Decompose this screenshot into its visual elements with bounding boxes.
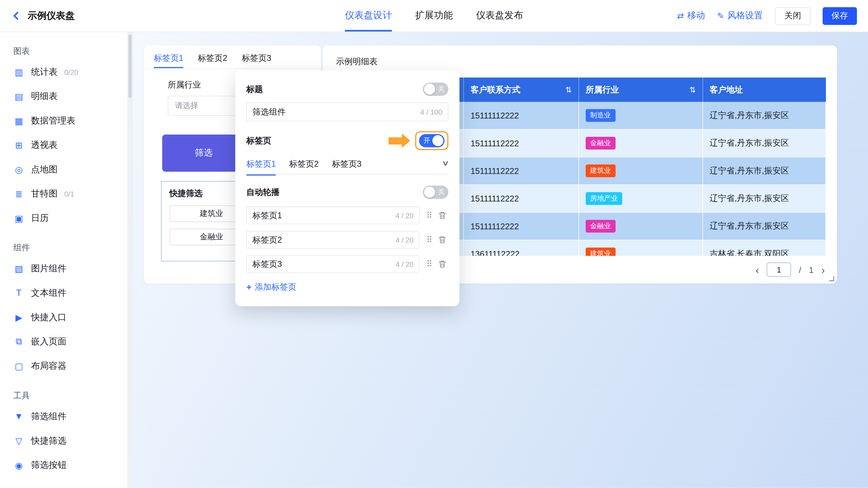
- move-button[interactable]: ⇄ 移动: [677, 10, 705, 22]
- cell-industry: 建筑业: [579, 157, 703, 185]
- toggle-on-label: 开: [423, 136, 430, 145]
- toggle-knob: [424, 187, 435, 197]
- sort-icon[interactable]: ⇅: [565, 85, 572, 94]
- title-toggle[interactable]: 关: [423, 83, 448, 96]
- sidebar-item-image-component[interactable]: ▧ 图片组件: [0, 256, 127, 281]
- sidebar-item-filter-button[interactable]: ◉ 筛选按钮: [0, 453, 127, 477]
- tab-list-item: 标签页1 4 / 20 ⠿: [246, 207, 448, 224]
- sort-icon[interactable]: ⇅: [689, 85, 696, 94]
- carousel-setting-label: 自动轮播: [246, 187, 280, 197]
- sidebar-item-gantt[interactable]: ≣ 甘特图 0/1: [0, 182, 127, 206]
- sidebar-item-stat-table[interactable]: ▥ 统计表 0/20: [0, 60, 127, 84]
- title-setting-row: 标题 关: [246, 83, 448, 96]
- filter-widget-tabs: 标签页1 标签页2 标签页3: [144, 45, 321, 69]
- drag-handle-icon[interactable]: ⠿: [426, 211, 432, 220]
- section-title-components: 组件: [0, 231, 127, 256]
- drag-handle-icon[interactable]: ⠿: [426, 259, 432, 269]
- text-icon: T: [13, 288, 24, 298]
- gantt-icon: ≣: [13, 189, 24, 199]
- sidebar-item-text-component[interactable]: T 文本组件: [0, 281, 127, 305]
- industry-tag: 房地产业: [586, 192, 622, 205]
- tab-dashboard-design[interactable]: 仪表盘设计: [345, 0, 392, 32]
- style-settings-label: 风格设置: [727, 10, 763, 22]
- sidebar-item-detail-table[interactable]: ▤ 明细表: [0, 84, 127, 109]
- tab-dashboard-publish[interactable]: 仪表盘发布: [476, 0, 523, 32]
- filter-component-icon: ▼: [13, 411, 24, 422]
- page-prev-icon[interactable]: ‹: [755, 264, 759, 275]
- sidebar-item-embed-page[interactable]: ⧉ 嵌入页面: [0, 330, 127, 354]
- quick-entry-icon: ▶: [13, 312, 24, 323]
- style-settings-button[interactable]: ✎ 风格设置: [717, 10, 763, 22]
- cell-industry: 金融业: [579, 129, 703, 157]
- sidebar-item-label: 日历: [31, 212, 49, 224]
- sidebar-item-quick-filter[interactable]: ▽ 快捷筛选: [0, 429, 127, 453]
- industry-tag: 金融业: [586, 137, 615, 150]
- sidebar-item-label: 筛选按钮: [31, 459, 66, 471]
- delete-icon[interactable]: [438, 260, 447, 269]
- layout-container-icon: ▢: [13, 361, 24, 371]
- column-label: 所属行业: [586, 84, 619, 95]
- cell-phone: 15111112222: [464, 157, 579, 185]
- page-next-icon[interactable]: ›: [821, 264, 825, 275]
- dialog-tab-2[interactable]: 标签页2: [289, 159, 319, 176]
- back-icon[interactable]: [13, 11, 22, 20]
- hint-arrow-icon: [389, 137, 402, 144]
- save-button[interactable]: 保存: [823, 7, 857, 25]
- toggle-highlight-outline: 开: [415, 131, 448, 150]
- industry-tag: 制造业: [586, 109, 615, 122]
- tab-name-input[interactable]: 标签页1 4 / 20: [246, 207, 420, 224]
- resize-handle[interactable]: [829, 276, 834, 281]
- chevron-down-icon[interactable]: ∨: [442, 159, 450, 167]
- sidebar-item-label: 数据管理表: [31, 115, 75, 126]
- sidebar-item-quick-entry[interactable]: ▶ 快捷入口: [0, 305, 127, 330]
- close-button[interactable]: 关闭: [775, 7, 811, 25]
- pivot-table-icon: ⊞: [13, 140, 24, 150]
- dialog-tab-bar: 标签页1 标签页2 标签页3 ∨: [246, 156, 448, 174]
- tab-name-input[interactable]: 标签页2 4 / 20: [246, 231, 420, 248]
- tab-name-value: 标签页3: [252, 259, 282, 270]
- cell-phone: 15111112222: [464, 213, 579, 240]
- sidebar-item-label: 点地图: [31, 164, 58, 175]
- filter-tab-1[interactable]: 标签页1: [154, 53, 184, 68]
- filter-submit-button[interactable]: 筛选: [162, 134, 245, 172]
- cell-industry: 房地产业: [579, 185, 703, 213]
- drag-handle-icon[interactable]: ⠿: [426, 235, 432, 245]
- delete-icon[interactable]: [438, 211, 447, 220]
- scrollbar-thumb[interactable]: [128, 34, 132, 98]
- sidebar-item-calendar[interactable]: ▣ 日历: [0, 206, 127, 231]
- delete-icon[interactable]: [438, 236, 447, 244]
- dialog-tab-3[interactable]: 标签页3: [332, 159, 362, 176]
- page-number-input[interactable]: 1: [767, 263, 791, 277]
- move-label: 移动: [687, 10, 705, 22]
- dialog-tab-1[interactable]: 标签页1: [246, 159, 276, 176]
- add-tab-button[interactable]: + 添加标签页: [246, 282, 448, 293]
- filter-tab-2[interactable]: 标签页2: [198, 53, 227, 68]
- sidebar-item-label: 快捷筛选: [31, 435, 66, 447]
- table-column-phone: 客户联系方式 ⇅: [464, 78, 579, 102]
- industry-tag: 金融业: [586, 220, 615, 233]
- carousel-toggle[interactable]: 关: [423, 185, 448, 199]
- table-title: 示例明细表: [323, 45, 837, 67]
- char-counter: 4 / 20: [396, 236, 414, 244]
- select-placeholder: 请选择: [175, 101, 198, 111]
- image-icon: ▧: [13, 263, 24, 274]
- sidebar-item-dot-map[interactable]: ◎ 点地图: [0, 157, 127, 182]
- sidebar-item-pivot-table[interactable]: ⊞ 透视表: [0, 133, 127, 157]
- sidebar-section-components: 组件 ▧ 图片组件 T 文本组件 ▶ 快捷入口 ⧉ 嵌入页面 ▢ 布局容器: [0, 231, 127, 378]
- sidebar-scrollbar: [127, 32, 133, 488]
- char-counter: 4 / 20: [396, 211, 414, 220]
- column-label: 客户地址: [710, 84, 743, 95]
- widget-name-input[interactable]: 筛选组件 4 / 100: [246, 102, 448, 121]
- column-label: 客户联系方式: [471, 84, 520, 95]
- cell-industry: 制造业: [579, 102, 703, 129]
- tabpage-toggle[interactable]: 开: [419, 134, 445, 147]
- filter-tab-3[interactable]: 标签页3: [242, 53, 271, 68]
- tab-name-input[interactable]: 标签页3 4 / 20: [246, 255, 420, 273]
- sidebar-item-label: 快捷入口: [31, 312, 66, 323]
- sidebar-item-layout-container[interactable]: ▢ 布局容器: [0, 354, 127, 378]
- sidebar-item-filter-component[interactable]: ▼ 筛选组件: [0, 404, 127, 429]
- sidebar-section-charts: 图表 ▥ 统计表 0/20 ▤ 明细表 ▦ 数据管理表 ⊞ 透视表 ◎ 点地图: [0, 39, 127, 231]
- tab-extended-functions[interactable]: 扩展功能: [415, 0, 453, 32]
- sidebar-item-data-manage-table[interactable]: ▦ 数据管理表: [0, 109, 127, 133]
- tabpage-toggle-group: 开: [389, 131, 448, 150]
